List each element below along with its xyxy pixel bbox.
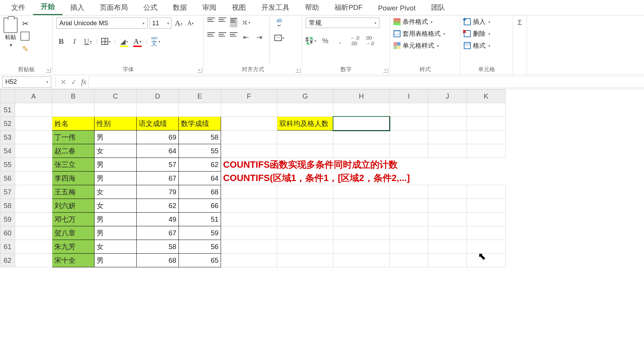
- accounting-format-button[interactable]: 💱▾: [306, 36, 316, 46]
- cell-C51[interactable]: [95, 103, 137, 117]
- row-header-58[interactable]: 58: [0, 199, 15, 213]
- tab-团队[interactable]: 团队: [423, 0, 453, 15]
- row-header-62[interactable]: 62: [0, 254, 15, 267]
- font-color-button[interactable]: A▾: [132, 36, 142, 46]
- cell-G51[interactable]: [277, 103, 333, 117]
- cell-K59[interactable]: [467, 213, 506, 226]
- cell-E54[interactable]: 55: [179, 144, 221, 158]
- number-format-select[interactable]: 常规▾: [306, 18, 379, 28]
- orientation-button[interactable]: ⤭▾: [241, 18, 251, 27]
- cell-H54[interactable]: [333, 144, 390, 158]
- cell-D57[interactable]: 79: [137, 185, 179, 199]
- cell-K61[interactable]: [467, 240, 506, 254]
- cell-G58[interactable]: [277, 199, 333, 213]
- cell-A52[interactable]: [15, 117, 52, 131]
- column-header-C[interactable]: C: [95, 89, 137, 103]
- cell-E55[interactable]: 62: [179, 158, 221, 172]
- cell-I53[interactable]: [390, 131, 428, 144]
- italic-button[interactable]: I: [70, 36, 79, 46]
- row-header-60[interactable]: 60: [0, 226, 15, 240]
- cell-B57[interactable]: 王五梅: [52, 185, 95, 199]
- format-as-table-button[interactable]: 套用表格格式▾: [393, 29, 445, 38]
- row-header-57[interactable]: 57: [0, 185, 15, 199]
- cell-B60[interactable]: 贺八章: [52, 226, 95, 240]
- cell-B51[interactable]: [52, 103, 95, 117]
- cell-H51[interactable]: [333, 103, 390, 117]
- tab-开发工具[interactable]: 开发工具: [254, 0, 297, 15]
- cell-B55[interactable]: 张三立: [52, 158, 95, 172]
- cell-A58[interactable]: [15, 199, 52, 213]
- align-top-button[interactable]: [207, 18, 215, 27]
- fx-icon[interactable]: fx: [81, 78, 86, 86]
- row-header-53[interactable]: 53: [0, 131, 15, 144]
- cell-A61[interactable]: [15, 240, 52, 254]
- row-header-55[interactable]: 55: [0, 158, 15, 172]
- column-header-E[interactable]: E: [179, 89, 221, 103]
- cell-C58[interactable]: 女: [95, 199, 137, 213]
- increase-font-icon[interactable]: A▴: [174, 18, 183, 28]
- cell-B53[interactable]: 丁一伟: [52, 131, 95, 144]
- cell-B61[interactable]: 朱九芳: [52, 240, 95, 254]
- format-painter-button[interactable]: ✎: [20, 44, 30, 54]
- cell-F54[interactable]: [221, 144, 277, 158]
- font-dialog-launcher[interactable]: [197, 68, 202, 73]
- row-header-52[interactable]: 52: [0, 117, 15, 131]
- select-all-corner[interactable]: [0, 89, 15, 103]
- percent-button[interactable]: %: [320, 36, 330, 46]
- cell-D60[interactable]: 67: [137, 226, 179, 240]
- cell-F58[interactable]: [221, 199, 277, 213]
- cell-H58[interactable]: [333, 199, 390, 213]
- bold-button[interactable]: B: [56, 36, 66, 46]
- cell-K54[interactable]: [467, 144, 506, 158]
- cell-E62[interactable]: 65: [179, 254, 221, 267]
- autosum-button[interactable]: Σ: [516, 18, 523, 27]
- cell-I58[interactable]: [390, 199, 428, 213]
- cell-J57[interactable]: [428, 185, 467, 199]
- cell-D52[interactable]: 语文成绩: [137, 117, 179, 131]
- tab-开始[interactable]: 开始: [33, 0, 63, 15]
- cell-F59[interactable]: [221, 213, 277, 226]
- row-header-59[interactable]: 59: [0, 213, 15, 226]
- row-header-56[interactable]: 56: [0, 172, 15, 185]
- cell-J53[interactable]: [428, 131, 467, 144]
- cell-K57[interactable]: [467, 185, 506, 199]
- alignment-dialog-launcher[interactable]: [295, 68, 300, 73]
- cell-G59[interactable]: [277, 213, 333, 226]
- cell-C54[interactable]: 女: [95, 144, 137, 158]
- cell-K62[interactable]: [467, 254, 506, 267]
- spreadsheet-grid[interactable]: ABCDEFGHIJK5152姓名性别语文成绩数学成绩双科均及格人数53丁一伟男…: [0, 89, 644, 267]
- decrease-indent-button[interactable]: ⇤: [241, 32, 251, 42]
- cell-C55[interactable]: 男: [95, 158, 137, 172]
- cell-F61[interactable]: [221, 240, 277, 254]
- cell-G62[interactable]: [277, 254, 333, 267]
- cell-J62[interactable]: [428, 254, 467, 267]
- column-header-J[interactable]: J: [428, 89, 467, 103]
- increase-indent-button[interactable]: ⇥: [254, 32, 264, 42]
- cell-J61[interactable]: [428, 240, 467, 254]
- cell-D61[interactable]: 58: [137, 240, 179, 254]
- delete-cells-button[interactable]: ✖ 删除▾: [464, 29, 490, 38]
- cell-A56[interactable]: [15, 172, 52, 185]
- insert-cells-button[interactable]: ✚ 插入▾: [464, 18, 490, 26]
- underline-button[interactable]: U▾: [83, 36, 93, 46]
- cell-I62[interactable]: [390, 254, 428, 267]
- cell-I57[interactable]: [390, 185, 428, 199]
- tab-福昕PDF[interactable]: 福昕PDF: [327, 0, 370, 15]
- cell-D55[interactable]: 57: [137, 158, 179, 172]
- align-left-button[interactable]: [207, 32, 215, 42]
- cell-B58[interactable]: 刘六妍: [52, 199, 95, 213]
- row-header-61[interactable]: 61: [0, 240, 15, 254]
- tab-公式[interactable]: 公式: [136, 0, 165, 15]
- cell-I52[interactable]: [390, 117, 428, 131]
- cell-C61[interactable]: 女: [95, 240, 137, 254]
- comma-button[interactable]: ,: [335, 36, 345, 46]
- cell-E61[interactable]: 56: [179, 240, 221, 254]
- row-header-54[interactable]: 54: [0, 144, 15, 158]
- cell-H60[interactable]: [333, 226, 390, 240]
- cell-F62[interactable]: [221, 254, 277, 267]
- cell-E52[interactable]: 数学成绩: [179, 117, 221, 131]
- cell-B62[interactable]: 宋十全: [52, 254, 95, 267]
- column-header-K[interactable]: K: [467, 89, 506, 103]
- tab-插入[interactable]: 插入: [63, 0, 92, 15]
- cell-I61[interactable]: [390, 240, 428, 254]
